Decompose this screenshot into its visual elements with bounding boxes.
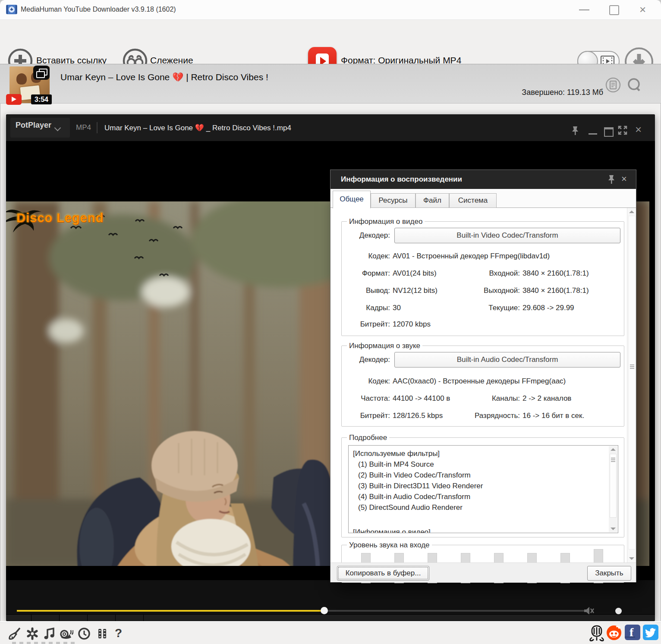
field-value: AV01 - Встроенный декодер FFmpeg(libdav1… <box>393 252 550 261</box>
video-decoder-label: Декодер: <box>342 231 390 240</box>
dialog-pin-icon[interactable] <box>607 174 616 185</box>
field-value: 2 -> 2 каналов <box>523 394 571 403</box>
dialog-title: Информация о воспроизведении <box>341 175 462 184</box>
music-note-icon[interactable] <box>42 626 57 641</box>
listbox-line: (3) Built-in Direct3D11 Video Renderer <box>358 481 483 491</box>
scrollbar-thumb[interactable] <box>610 454 617 518</box>
cleanup-broom-icon[interactable] <box>8 626 22 641</box>
divider <box>97 122 98 133</box>
playlist-stack-icon <box>33 66 50 80</box>
player-minimize-icon[interactable] <box>589 133 597 135</box>
tab-system[interactable]: Система <box>449 193 497 208</box>
filters-listbox[interactable]: [Используемые фильтры] (1) Built-in MP4 … <box>348 445 618 533</box>
minimize-icon[interactable] <box>579 9 589 10</box>
divider <box>87 615 88 621</box>
field-value: AV01(24 bits) <box>393 269 437 278</box>
snail-speed-icon[interactable] <box>59 626 73 641</box>
pin-icon[interactable] <box>570 126 580 136</box>
field-label: Вывод: <box>342 286 390 295</box>
duration-badge: 3:54 <box>31 94 52 104</box>
playback-info-dialog: Информация о воспроизведении × Общее Рес… <box>330 170 636 582</box>
mediahuman-mascot-icon[interactable] <box>589 625 605 642</box>
film-clip-icon[interactable] <box>95 626 110 641</box>
potplayer-menu-label[interactable]: PotPlayer <box>16 121 51 130</box>
listbox-line: [Используемые фильтры] <box>353 448 440 459</box>
player-close-icon[interactable]: × <box>635 123 642 136</box>
scroll-up-icon[interactable] <box>629 210 634 213</box>
scroll-down-icon[interactable] <box>611 528 616 530</box>
field-label: Кодек: <box>342 252 390 261</box>
scroll-down-icon[interactable] <box>629 557 634 560</box>
field-label: Текущие: <box>469 304 520 312</box>
listbox-line: (1) Built-in MP4 Source <box>358 459 434 470</box>
scrollbar-thumb[interactable] <box>628 216 636 550</box>
app-titlebar: MediaHuman YouTube Downloader v3.9.18 (1… <box>0 0 661 20</box>
field-value: AAC(0xaac0) - Встроенные декодеры FFmpeg… <box>393 377 566 386</box>
divider <box>59 615 60 621</box>
field-value: 12070 kbps <box>393 320 431 329</box>
listbox-line: (5) DirectSound Audio Renderer <box>358 502 463 513</box>
youtube-play-badge <box>6 94 22 105</box>
audio-group-legend: Информация о звуке <box>347 342 422 350</box>
reddit-icon[interactable] <box>606 624 622 641</box>
field-label: Выходной: <box>469 286 520 295</box>
details-group-legend: Подробнее <box>347 434 389 442</box>
seek-bar-played[interactable] <box>17 610 324 612</box>
field-value: 128/126.5 kbps <box>393 412 443 420</box>
field-label: Битрейт: <box>342 320 390 329</box>
settings-asterisk-icon[interactable] <box>25 626 40 641</box>
listbox-scrollbar[interactable] <box>609 446 617 532</box>
format-badge: MP4 <box>76 123 91 132</box>
dialog-content: Информация о видео Декодер: Built-in Vid… <box>330 208 636 562</box>
field-label: Кодек: <box>342 377 390 386</box>
video-group-legend: Информация о видео <box>347 217 425 226</box>
field-label: Частота: <box>342 394 390 403</box>
field-value: 30 <box>393 304 401 312</box>
dialog-titlebar[interactable]: Информация о воспроизведении × <box>330 170 636 189</box>
close-dialog-button[interactable]: Закрыть <box>587 566 631 581</box>
audio-decoder-button[interactable]: Built-in Audio Codec/Transform <box>394 352 620 368</box>
tab-file[interactable]: Файл <box>415 193 449 208</box>
tab-general[interactable]: Общее <box>333 191 371 208</box>
scroll-up-icon[interactable] <box>611 448 616 451</box>
app-icon <box>6 5 17 14</box>
dialog-scrollbar[interactable] <box>627 208 636 562</box>
playing-file-title: Umar Keyn – Love Is Gone 💔 _ Retro Disco… <box>104 123 291 132</box>
dialog-bottombar: Копировать в буфер... Закрыть <box>330 562 636 582</box>
player-maximize-icon[interactable] <box>604 127 614 137</box>
field-value: 29.608 -> 29.99 <box>523 304 574 312</box>
video-decoder-button[interactable]: Built-in Video Codec/Transform <box>394 228 620 243</box>
twitter-icon[interactable] <box>643 625 658 640</box>
divider <box>31 615 31 621</box>
level-group-legend: Уровень звука на входе <box>347 541 432 550</box>
field-label: Кадры: <box>342 304 390 312</box>
maximize-icon[interactable] <box>609 5 619 15</box>
seek-bar-thumb[interactable] <box>321 607 328 614</box>
app-toolbar: Вставить ссылку Слежение Формат: Оригина… <box>0 20 661 64</box>
field-value: NV12(12 bits) <box>393 286 438 295</box>
listbox-line: (4) Built-in Audio Codec/Transform <box>358 491 470 502</box>
close-icon[interactable]: × <box>639 3 646 16</box>
divider <box>143 615 144 621</box>
dialog-tabstrip: Общее Ресурсы Файл Система <box>330 189 636 208</box>
facebook-icon[interactable]: f <box>625 625 640 640</box>
search-icon[interactable] <box>626 77 642 93</box>
tab-resources[interactable]: Ресурсы <box>371 193 415 208</box>
dialog-close-icon[interactable]: × <box>621 173 627 185</box>
thumb-figure <box>16 73 27 85</box>
audio-info-group: Информация о звуке Декодер: Built-in Aud… <box>341 346 624 427</box>
field-value: 16 -> 16 бит в сек. <box>523 412 584 420</box>
details-group: Подробнее [Используемые фильтры] (1) Bui… <box>341 437 624 537</box>
field-label: Битрейт: <box>342 412 390 420</box>
download-title[interactable]: Umar Keyn – Love Is Gone 💔 | Retro Disco… <box>60 72 268 82</box>
player-fullscreen-icon[interactable] <box>618 126 627 135</box>
potplayer-titlebar[interactable]: PotPlayer MP4 Umar Keyn – Love Is Gone 💔… <box>6 114 655 141</box>
download-row[interactable]: 3:54 Umar Keyn – Love Is Gone 💔 | Retro … <box>0 64 661 104</box>
clock-icon[interactable] <box>77 626 91 641</box>
volume-knob[interactable] <box>615 608 622 614</box>
divider <box>115 615 116 621</box>
log-icon[interactable] <box>605 77 621 93</box>
field-label: Каналы: <box>469 394 520 403</box>
help-icon[interactable]: ? <box>115 626 122 640</box>
copy-to-clipboard-button[interactable]: Копировать в буфер... <box>337 566 429 581</box>
